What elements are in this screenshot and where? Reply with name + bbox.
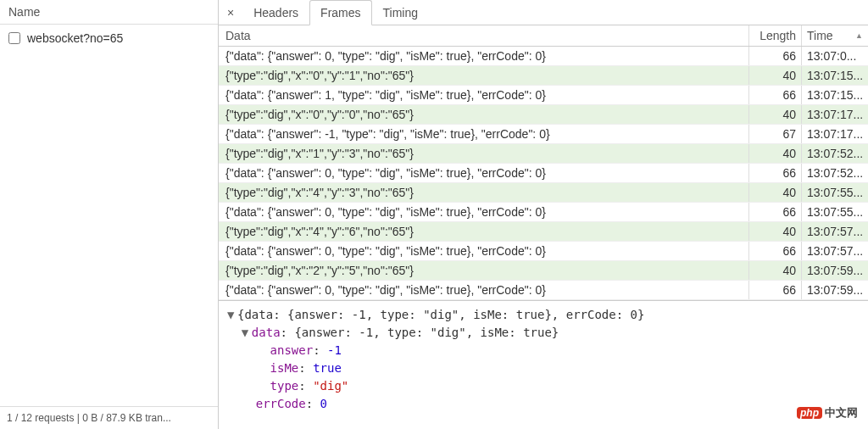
tree-value: 0 [320,397,327,410]
tree-value: -1 [327,343,342,357]
frame-time: 13:07:52... [802,164,868,182]
frame-row[interactable]: {"type":"dig","x":"4","y":"6","no":"65"}… [219,222,868,242]
frame-row[interactable]: {"type":"dig","x":"0","y":"0","no":"65"}… [219,105,868,125]
tree-key: errCode [256,397,306,410]
frame-length: 40 [749,105,802,124]
frame-length: 40 [749,222,802,241]
requests-list: websocket?no=65 [0,25,218,406]
frame-row[interactable]: {"data": {"answer": 0, "type": "dig", "i… [219,47,868,66]
frames-table-header: Data Length Time ▲ [219,25,868,47]
length-column-header[interactable]: Length [749,25,802,46]
frame-length: 66 [749,203,802,221]
tab-frames[interactable]: Frames [309,0,371,25]
frame-data: {"data": {"answer": 1, "type": "dig", "i… [219,86,749,104]
frame-length: 66 [749,242,802,260]
frame-row[interactable]: {"type":"dig","x":"0","y":"1","no":"65"}… [219,66,868,86]
frame-length: 67 [749,125,802,143]
request-row[interactable]: websocket?no=65 [0,28,218,48]
frame-time: 13:07:59... [802,281,868,299]
name-column-header[interactable]: Name [0,0,218,25]
frame-data: {"data": {"answer": -1, "type": "dig", "… [219,125,749,143]
frame-time: 13:07:15... [802,86,868,104]
disclosure-triangle-icon[interactable]: ▼ [227,306,237,324]
frame-row[interactable]: {"data": {"answer": 0, "type": "dig", "i… [219,242,868,261]
frame-row[interactable]: {"data": {"answer": 0, "type": "dig", "i… [219,203,868,222]
data-column-header[interactable]: Data [219,25,749,46]
tab-timing[interactable]: Timing [372,0,430,25]
requests-panel: Name websocket?no=65 1 / 12 requests | 0… [0,0,219,429]
time-column-header[interactable]: Time ▲ [802,25,868,46]
frame-time: 13:07:17... [802,105,868,124]
tree-key: data [252,326,281,339]
status-bar: 1 / 12 requests | 0 B / 87.9 KB tran... [0,406,218,429]
sort-ascending-icon: ▲ [855,31,863,40]
frame-row[interactable]: {"data": {"answer": 0, "type": "dig", "i… [219,281,868,300]
frame-data: {"data": {"answer": 0, "type": "dig", "i… [219,242,749,260]
frame-time: 13:07:52... [802,144,868,163]
frame-row[interactable]: {"type":"dig","x":"2","y":"5","no":"65"}… [219,261,868,281]
frame-time: 13:07:0... [802,47,868,65]
frame-data: {"data": {"answer": 0, "type": "dig", "i… [219,281,749,299]
close-icon[interactable]: × [219,6,242,20]
frame-data: {"data": {"answer": 0, "type": "dig", "i… [219,164,749,182]
frame-data: {"type":"dig","x":"4","y":"3","no":"65"} [219,183,749,202]
frame-detail: ▼{data: {answer: -1, type: "dig", isMe: … [219,300,868,418]
watermark-logo: php [797,407,822,419]
tabs-bar: × Headers Frames Timing [219,0,868,25]
frame-length: 66 [749,47,802,65]
frame-row[interactable]: {"data": {"answer": -1, "type": "dig", "… [219,125,868,144]
frame-time: 13:07:57... [802,222,868,241]
frame-time: 13:07:15... [802,66,868,85]
frame-length: 40 [749,261,802,280]
frame-data: {"data": {"answer": 0, "type": "dig", "i… [219,203,749,221]
tab-headers[interactable]: Headers [242,0,309,25]
frame-time: 13:07:57... [802,242,868,260]
request-checkbox[interactable] [8,32,20,44]
frame-length: 40 [749,144,802,163]
tree-value: "dig" [313,379,348,393]
frame-time: 13:07:55... [802,203,868,221]
watermark-text: 中文网 [825,405,858,421]
frame-row[interactable]: {"data": {"answer": 0, "type": "dig", "i… [219,164,868,183]
frame-length: 40 [749,66,802,85]
frame-row[interactable]: {"type":"dig","x":"1","y":"3","no":"65"}… [219,144,868,164]
request-name: websocket?no=65 [27,31,123,45]
frame-row[interactable]: {"data": {"answer": 1, "type": "dig", "i… [219,86,868,105]
frames-list: {"data": {"answer": 0, "type": "dig", "i… [219,47,868,300]
tree-key: isMe [270,361,299,375]
frame-length: 66 [749,281,802,299]
tree-value: true [313,361,342,375]
watermark: php 中文网 [797,405,858,421]
frame-time: 13:07:17... [802,125,868,143]
frame-data: {"data": {"answer": 0, "type": "dig", "i… [219,47,749,65]
tree-key: answer [270,343,314,357]
frame-data: {"type":"dig","x":"4","y":"6","no":"65"} [219,222,749,241]
frame-row[interactable]: {"type":"dig","x":"4","y":"3","no":"65"}… [219,183,868,203]
frame-data: {"type":"dig","x":"1","y":"3","no":"65"} [219,144,749,163]
frame-length: 66 [749,164,802,182]
frame-time: 13:07:59... [802,261,868,280]
frame-data: {"type":"dig","x":"2","y":"5","no":"65"} [219,261,749,280]
frame-time: 13:07:55... [802,183,868,202]
disclosure-triangle-icon[interactable]: ▼ [242,324,252,342]
detail-panel: × Headers Frames Timing Data Length Time… [219,0,868,429]
frame-length: 40 [749,183,802,202]
frame-data: {"type":"dig","x":"0","y":"1","no":"65"} [219,66,749,85]
frame-data: {"type":"dig","x":"0","y":"0","no":"65"} [219,105,749,124]
frame-length: 66 [749,86,802,104]
tree-key: type [270,379,299,393]
